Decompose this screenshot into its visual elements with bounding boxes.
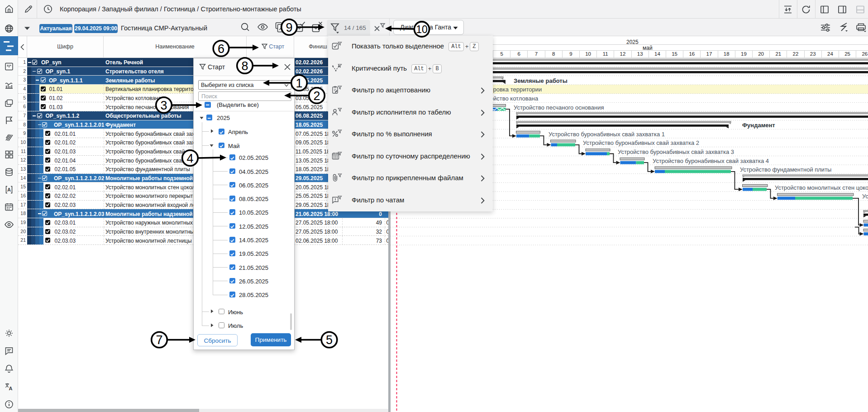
svg-text:A: A <box>7 187 11 192</box>
svg-text:A: A <box>9 386 13 391</box>
